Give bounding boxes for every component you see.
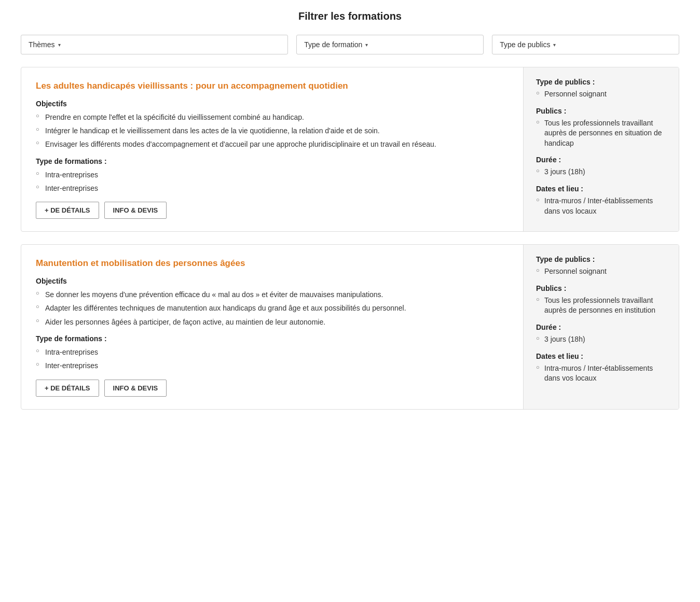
card-1-left: Manutention et mobilisation des personne… [21,245,523,409]
themes-filter[interactable]: Thèmes ▾ [21,35,288,54]
card-1-type-formations-label: Type de formations : [36,334,509,343]
card-1-dates-label: Dates et lieu : [536,352,666,360]
list-item: Adapter les différentes techniques de ma… [36,303,509,313]
list-item: Personnel soignant [536,89,666,100]
card-0-info-button[interactable]: INFO & DEVIS [104,202,167,219]
card-0-type-publics-label: Type de publics : [536,78,666,86]
card-1-dates-list: Intra-muros / Inter-établissements dans … [536,363,666,384]
card-1-publics-label: Publics : [536,284,666,292]
cards-container: Les adultes handicapés vieillissants : p… [21,67,679,410]
filter-bar: Thèmes ▾ Type de formation ▾ Type de pub… [21,35,679,54]
list-item: Tous les professionnels travaillant aupr… [536,118,666,149]
card-1-duree-list: 3 jours (18h) [536,334,666,345]
page-title: Filtrer les formations [21,10,679,22]
themes-chevron-icon: ▾ [58,42,61,48]
list-item: Tous les professionnels travaillant aupr… [536,296,666,316]
card-0-btn-group: + DE DÉTAILSINFO & DEVIS [36,202,509,219]
card-1-type-formations-list: Intra-entreprisesInter-entreprises [36,347,509,371]
formation-label: Type de formation [304,40,362,49]
card-0-right: Type de publics :Personnel soignantPubli… [523,67,679,231]
list-item: Intra-entreprises [36,170,509,180]
card-0-publics-label: Publics : [536,107,666,115]
card-0-duree-list: 3 jours (18h) [536,167,666,177]
card-0-objectifs-label: Objectifs [36,100,509,108]
card-1-right: Type de publics :Personnel soignantPubli… [523,245,679,409]
list-item: 3 jours (18h) [536,167,666,177]
card-0-dates-label: Dates et lieu : [536,185,666,193]
card-0-type-formations-list: Intra-entreprisesInter-entreprises [36,170,509,194]
list-item: Intra-muros / Inter-établissements dans … [536,196,666,216]
card-0-dates-list: Intra-muros / Inter-établissements dans … [536,196,666,216]
list-item: Inter-entreprises [36,183,509,193]
themes-label: Thèmes [29,40,55,49]
list-item: Intra-muros / Inter-établissements dans … [536,363,666,384]
list-item: Intégrer le handicap et le vieillissemen… [36,125,509,136]
publics-filter[interactable]: Type de publics ▾ [492,35,679,54]
card-1-type-publics-label: Type de publics : [536,255,666,263]
card-0-type-formations-label: Type de formations : [36,157,509,165]
publics-label: Type de publics [500,40,550,49]
card-1-objectifs-label: Objectifs [36,277,509,285]
card-0-publics-list: Tous les professionnels travaillant aupr… [536,118,666,149]
list-item: Inter-entreprises [36,360,509,371]
card-1-publics-list: Tous les professionnels travaillant aupr… [536,296,666,316]
list-item: Envisager les différents modes d'accompa… [36,139,509,149]
card-1-info-button[interactable]: INFO & DEVIS [104,380,167,397]
card-0-objectifs-list: Prendre en compte l'effet et la spécific… [36,112,509,150]
formation-chevron-icon: ▾ [365,42,368,48]
card-1-duree-label: Durée : [536,323,666,331]
card-0-left: Les adultes handicapés vieillissants : p… [21,67,523,231]
list-item: Aider les personnes âgées à participer, … [36,317,509,327]
card-0-type-publics-list: Personnel soignant [536,89,666,100]
card-1-btn-group: + DE DÉTAILSINFO & DEVIS [36,380,509,397]
list-item: Prendre en compte l'effet et la spécific… [36,112,509,122]
card-0: Les adultes handicapés vieillissants : p… [21,67,679,232]
publics-chevron-icon: ▾ [553,42,556,48]
list-item: 3 jours (18h) [536,334,666,345]
card-0-duree-label: Durée : [536,156,666,164]
card-1-type-publics-list: Personnel soignant [536,267,666,277]
card-1: Manutention et mobilisation des personne… [21,244,679,409]
formation-filter[interactable]: Type de formation ▾ [296,35,484,54]
card-1-details-button[interactable]: + DE DÉTAILS [36,380,99,397]
card-1-objectifs-list: Se donner les moyens d'une prévention ef… [36,289,509,327]
card-0-title: Les adultes handicapés vieillissants : p… [36,80,509,92]
list-item: Se donner les moyens d'une prévention ef… [36,289,509,300]
list-item: Personnel soignant [536,267,666,277]
list-item: Intra-entreprises [36,347,509,357]
card-0-details-button[interactable]: + DE DÉTAILS [36,202,99,219]
card-1-title: Manutention et mobilisation des personne… [36,257,509,270]
